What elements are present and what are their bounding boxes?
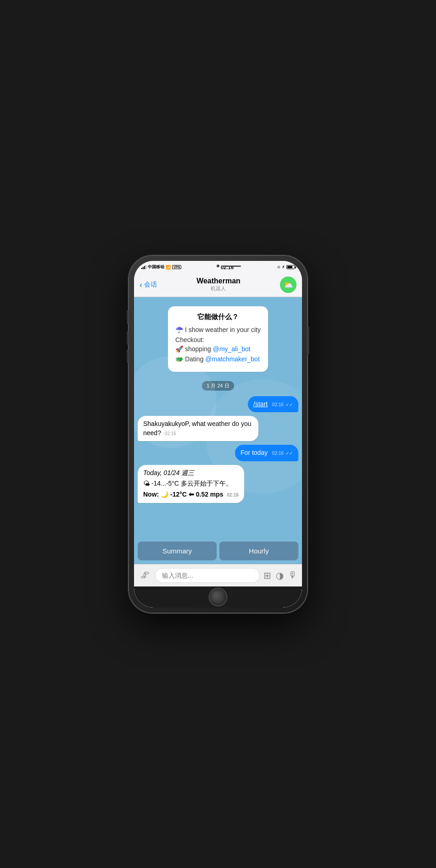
bluetooth-icon: ✗ — [282, 265, 285, 269]
read-ticks: ✓✓ — [285, 451, 293, 456]
intro-line1: ☂️ I show weather in your city — [175, 326, 261, 333]
sticker-icon[interactable]: ⊞ — [263, 570, 271, 581]
nav-subtitle: 机器人 — [196, 285, 240, 292]
weather-now: Now: 🌙 -12°C ⬅ 0.52 mps 02:16 — [143, 490, 239, 499]
bubble-text: /start — [253, 400, 268, 408]
bubble-outgoing-start: /start 02:16 ✓✓ — [248, 396, 298, 413]
summary-button[interactable]: Summary — [138, 542, 217, 560]
phone-screen: 中国移动 📶 VPN 02:16 ⊙ ✗ ‹ 会话 Weatherman 机器人 — [134, 261, 302, 608]
bubble-text: For today — [240, 449, 268, 456]
phone-device: 中国移动 📶 VPN 02:16 ⊙ ✗ ‹ 会话 Weatherman 机器人 — [129, 255, 307, 613]
bubble-outgoing-today: For today 02:16 ✓✓ — [235, 445, 298, 461]
intro-title: 它能做什么？ — [175, 313, 261, 321]
read-ticks: ✓✓ — [285, 402, 293, 407]
wifi-icon: 📶 — [166, 265, 171, 270]
home-area — [134, 586, 302, 608]
bubble-time: 02:16 — [272, 451, 284, 456]
location-icon: ⊙ — [277, 265, 280, 269]
shopping-link[interactable]: @my_ali_bot — [213, 345, 251, 353]
attach-button[interactable]: 🖇 — [139, 569, 151, 582]
dating-link[interactable]: @matchmaker_bot — [205, 355, 259, 363]
message-row: Today, 01/24 週三 🌤 -14...-5°C 多云开始于下午。 No… — [138, 465, 298, 503]
home-button[interactable] — [209, 588, 227, 606]
chat-area: 它能做什么？ ☂️ I show weather in your city Ch… — [134, 297, 302, 540]
quick-replies: Summary Hourly — [134, 540, 302, 564]
message-row: /start 02:16 ✓✓ — [138, 396, 298, 413]
bubble-incoming-weather: ShakuyakukyoP, what weather do you need?… — [138, 416, 258, 441]
input-icons: ⊞ ◑ 🎙 — [263, 570, 297, 581]
bubble-text: ShakuyakukyoP, what weather do you need? — [143, 420, 252, 437]
message-row: ShakuyakukyoP, what weather do you need?… — [138, 416, 298, 441]
weather-temp-range: 🌤 -14...-5°C 多云开始于下午。 — [143, 479, 239, 488]
nav-bar: ‹ 会话 Weatherman 机器人 ⛅ — [134, 274, 302, 297]
input-bar: 🖇 ⊞ ◑ 🎙 — [134, 564, 302, 586]
weather-bot-icon: ⛅ — [283, 280, 293, 290]
message-input[interactable] — [155, 568, 260, 583]
bubble-time: 02:16 — [227, 492, 239, 498]
bubble-incoming-report: Today, 01/24 週三 🌤 -14...-5°C 多云开始于下午。 No… — [138, 465, 244, 503]
nav-title: Weatherman — [196, 277, 240, 285]
emoji-icon[interactable]: ◑ — [276, 570, 284, 581]
message-row: For today 02:16 ✓✓ — [138, 445, 298, 461]
intro-shopping: 🚀 shopping @my_ali_bot — [175, 345, 261, 353]
weather-date: Today, 01/24 週三 — [143, 469, 239, 478]
intro-dating: 🐲 Dating @matchmaker_bot — [175, 355, 261, 363]
status-time: 02:16 — [221, 265, 234, 270]
signal-icon — [141, 265, 146, 269]
hourly-button[interactable]: Hourly — [219, 542, 298, 560]
bot-intro-card: 它能做什么？ ☂️ I show weather in your city Ch… — [168, 306, 268, 372]
battery-fill — [287, 266, 292, 268]
date-separator: 1 月 24 日 — [138, 381, 298, 391]
bot-avatar[interactable]: ⛅ — [280, 276, 296, 293]
chevron-left-icon: ‹ — [140, 281, 142, 289]
back-label: 会话 — [144, 281, 157, 289]
intro-checkout: Checkout: — [175, 336, 261, 343]
bubble-time: 02:16 — [272, 402, 284, 407]
status-left: 中国移动 📶 VPN — [141, 264, 181, 270]
carrier-label: 中国移动 — [148, 264, 164, 270]
checkout-label: Checkout: — [175, 336, 204, 343]
status-bar: 中国移动 📶 VPN 02:16 ⊙ ✗ — [134, 261, 302, 274]
status-right: ⊙ ✗ — [277, 265, 295, 269]
mic-icon[interactable]: 🎙 — [288, 570, 297, 581]
battery-icon — [286, 265, 295, 269]
bubble-time: 02:16 — [165, 431, 176, 436]
date-badge: 1 月 24 日 — [202, 381, 234, 391]
attach-icon: 🖇 — [140, 570, 150, 581]
back-button[interactable]: ‹ 会话 — [140, 281, 157, 289]
vpn-badge: VPN — [172, 265, 181, 269]
nav-center: Weatherman 机器人 — [196, 277, 240, 292]
